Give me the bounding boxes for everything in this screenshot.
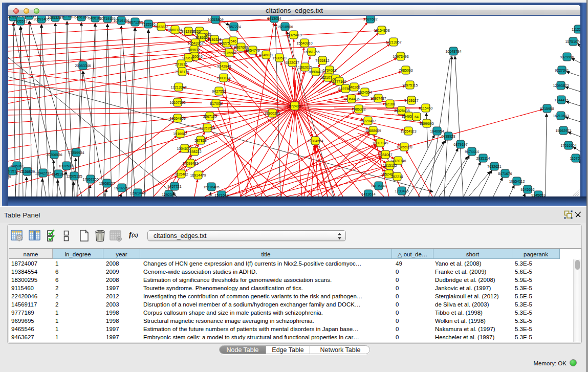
svg-text:17016504: 17016504 <box>560 144 576 147</box>
svg-text:25300293: 25300293 <box>264 112 280 115</box>
svg-text:12942737: 12942737 <box>35 171 51 175</box>
svg-text:12505135: 12505135 <box>66 174 82 178</box>
svg-text:989613: 989613 <box>182 56 194 60</box>
svg-text:546: 546 <box>230 39 236 43</box>
svg-text:16053809: 16053809 <box>207 18 223 21</box>
svg-text:7955812: 7955812 <box>315 59 329 62</box>
svg-text:9115460: 9115460 <box>419 106 433 110</box>
svg-text:10807487: 10807487 <box>370 97 386 100</box>
svg-text:10958107: 10958107 <box>99 182 115 185</box>
svg-text:12093872: 12093872 <box>553 84 569 87</box>
svg-text:9215958: 9215958 <box>540 107 554 111</box>
svg-text:14136141: 14136141 <box>371 184 386 188</box>
svg-text:15720407: 15720407 <box>360 119 376 123</box>
svg-text:587833: 587833 <box>194 139 206 142</box>
svg-text:8660124: 8660124 <box>168 28 182 32</box>
svg-text:817006: 817006 <box>210 102 222 105</box>
svg-text:10654112: 10654112 <box>509 180 525 183</box>
svg-text:116753: 116753 <box>570 157 580 160</box>
svg-text:15716485: 15716485 <box>203 185 219 189</box>
svg-text:10688609: 10688609 <box>365 129 381 133</box>
svg-text:15751074: 15751074 <box>565 40 580 43</box>
svg-text:8454749: 8454749 <box>246 49 259 52</box>
svg-text:8813054: 8813054 <box>267 17 281 20</box>
svg-text:6899695: 6899695 <box>420 122 433 125</box>
svg-text:7632621: 7632621 <box>487 165 501 168</box>
svg-text:8186328: 8186328 <box>207 38 221 41</box>
svg-text:20206536: 20206536 <box>46 153 62 157</box>
svg-text:16782759: 16782759 <box>114 186 129 190</box>
svg-text:1905572: 1905572 <box>13 19 27 23</box>
svg-text:16914479: 16914479 <box>190 173 206 177</box>
svg-text:3624554: 3624554 <box>358 91 372 94</box>
svg-text:7625402: 7625402 <box>174 172 188 176</box>
svg-text:19218506: 19218506 <box>277 25 293 29</box>
svg-text:1640954: 1640954 <box>430 129 444 133</box>
svg-text:12213383: 12213383 <box>170 85 186 89</box>
svg-text:3267110: 3267110 <box>203 115 217 118</box>
svg-text:20053346: 20053346 <box>75 64 91 68</box>
svg-text:8471676: 8471676 <box>498 172 512 176</box>
svg-text:989612: 989612 <box>188 48 200 52</box>
svg-text:9242848: 9242848 <box>217 64 231 68</box>
svg-text:14099483: 14099483 <box>182 162 198 165</box>
svg-text:9245653: 9245653 <box>531 193 545 197</box>
svg-text:3875685: 3875685 <box>222 51 236 55</box>
svg-text:1112233: 1112233 <box>572 28 580 31</box>
svg-text:9474444: 9474444 <box>465 150 478 154</box>
svg-text:2718176: 2718176 <box>175 70 189 74</box>
svg-text:1915175: 1915175 <box>8 175 11 179</box>
svg-text:10756928: 10756928 <box>396 145 412 149</box>
svg-text:1615132: 1615132 <box>383 164 397 167</box>
svg-text:1733426: 1733426 <box>395 189 408 193</box>
svg-text:12975115: 12975115 <box>402 83 418 87</box>
svg-text:5498222: 5498222 <box>187 150 201 154</box>
svg-text:62160: 62160 <box>385 102 395 106</box>
svg-text:16107552: 16107552 <box>169 101 185 104</box>
svg-text:7515536: 7515536 <box>141 23 155 26</box>
svg-text:18807249: 18807249 <box>372 141 388 145</box>
svg-text:16154808: 16154808 <box>374 29 389 32</box>
svg-text:9427552: 9427552 <box>212 90 226 93</box>
svg-text:9146821: 9146821 <box>259 53 273 57</box>
svg-text:19384554: 19384554 <box>307 139 323 143</box>
svg-text:1145194: 1145194 <box>52 172 66 176</box>
svg-text:7663822: 7663822 <box>154 25 168 29</box>
svg-text:16543362: 16543362 <box>187 41 203 45</box>
svg-text:13325419: 13325419 <box>286 33 301 37</box>
svg-text:15692971: 15692971 <box>555 129 571 133</box>
svg-text:2687682: 2687682 <box>363 17 377 21</box>
svg-text:9245652: 9245652 <box>520 188 534 191</box>
svg-text:7485063: 7485063 <box>399 69 412 72</box>
svg-text:19654923: 19654923 <box>400 129 416 133</box>
svg-text:10975887: 10975887 <box>58 164 74 168</box>
svg-text:391513: 391513 <box>8 169 18 173</box>
svg-text:8990443: 8990443 <box>309 70 322 74</box>
svg-text:9457721: 9457721 <box>167 185 181 188</box>
svg-text:6938928: 6938928 <box>441 135 455 138</box>
svg-text:7857224: 7857224 <box>227 25 241 29</box>
svg-text:10973493: 10973493 <box>393 55 408 58</box>
svg-text:1244415: 1244415 <box>554 98 568 102</box>
svg-text:6822037: 6822037 <box>285 61 299 64</box>
svg-text:1527602: 1527602 <box>60 16 74 18</box>
svg-text:2935114: 2935114 <box>476 157 490 160</box>
svg-text:2803144: 2803144 <box>216 76 230 80</box>
svg-text:1916682: 1916682 <box>173 132 187 136</box>
svg-text:746266: 746266 <box>348 85 360 89</box>
svg-text:16961755: 16961755 <box>303 50 319 54</box>
svg-text:1588520: 1588520 <box>272 56 286 60</box>
svg-text:9227341: 9227341 <box>555 69 569 72</box>
svg-text:21364436: 21364436 <box>343 97 359 101</box>
svg-text:1413614: 1413614 <box>361 192 375 196</box>
svg-text:16648784: 16648784 <box>445 50 461 53</box>
svg-text:19654955: 19654955 <box>169 117 185 120</box>
svg-text:16210643: 16210643 <box>553 114 569 118</box>
svg-text:12923448: 12923448 <box>129 191 145 195</box>
svg-text:1571648: 1571648 <box>214 193 228 197</box>
svg-text:6879197: 6879197 <box>453 143 467 146</box>
svg-text:17359934: 17359934 <box>68 151 84 155</box>
svg-text:6734028: 6734028 <box>322 69 336 72</box>
svg-text:1362615: 1362615 <box>298 65 312 69</box>
svg-text:18724007: 18724007 <box>287 104 302 108</box>
